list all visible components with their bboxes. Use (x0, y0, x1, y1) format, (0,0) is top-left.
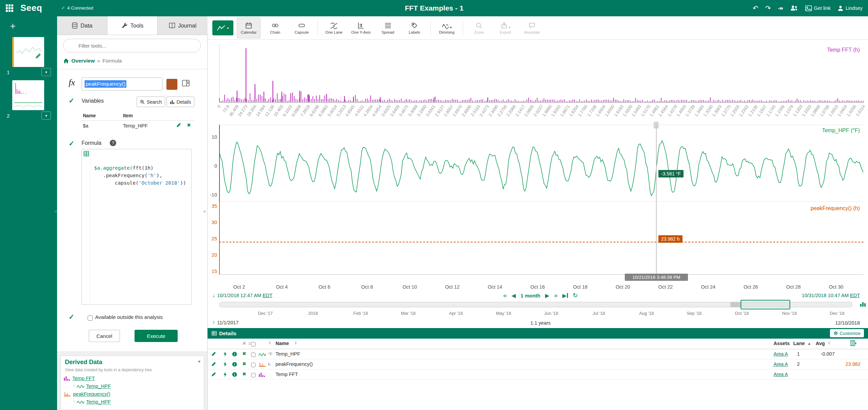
toolbar-chain-button[interactable]: Chain (263, 17, 287, 38)
worksheet-thumbnail-1[interactable] (12, 37, 44, 67)
range-duration-label[interactable]: 1 month (520, 293, 540, 298)
assets-column-header[interactable]: Assets (774, 341, 790, 346)
asset-link[interactable]: Area A (774, 351, 788, 357)
asset-link[interactable]: Area A (774, 372, 788, 377)
derived-item-link[interactable]: Temp_HPF (86, 399, 111, 405)
toolbar-capsule-button[interactable]: Capsule (290, 17, 314, 38)
range-rewind-button[interactable]: « (503, 292, 507, 299)
timeline-selected-region[interactable] (741, 300, 790, 309)
app-grid-icon[interactable] (5, 4, 14, 12)
customize-button[interactable]: Customize (830, 329, 864, 337)
remove-variable-icon[interactable]: ✖ (187, 122, 191, 128)
edit-item-icon[interactable] (211, 362, 216, 367)
trend-toggle-icon[interactable] (223, 352, 227, 357)
redo-button[interactable]: ↷ (765, 4, 771, 12)
available-outside-checkbox[interactable] (88, 315, 93, 321)
toolbar-one-lane-button[interactable]: One Lane (322, 17, 346, 38)
row-select-checkbox[interactable] (251, 353, 255, 357)
breadcrumb: Overview » Formula (63, 58, 122, 64)
trend-toggle-icon[interactable] (223, 362, 227, 367)
edit-item-icon[interactable] (211, 372, 216, 377)
worksheet-1-menu-chevron[interactable]: ▾ (41, 68, 51, 76)
tab-journal[interactable]: Journal (158, 16, 208, 35)
agents-connected-status[interactable]: ✓ 4 Connected (61, 5, 93, 11)
sort-icon[interactable]: ⇕ (294, 341, 297, 345)
undo-button[interactable]: ↶ (753, 4, 759, 12)
toolbar-labels-button[interactable]: Labels (403, 17, 426, 38)
info-icon[interactable] (232, 372, 237, 377)
filter-tools-input[interactable] (63, 39, 201, 52)
remove-item-icon[interactable]: ✖ (242, 351, 246, 356)
variable-search-button[interactable]: Search (137, 97, 165, 107)
info-icon[interactable] (232, 362, 237, 367)
range-step-back-button[interactable]: ◀ (512, 292, 516, 299)
asset-link[interactable]: Area A (774, 361, 788, 367)
range-skip-to-end-button[interactable]: ▶ (562, 292, 568, 299)
add-column-icon[interactable] (850, 340, 857, 346)
investigate-range-start[interactable]: ↑ 11/1/2017 (212, 320, 238, 326)
formula-help-icon[interactable]: ? (110, 140, 116, 146)
tab-tools[interactable]: Tools (107, 16, 158, 35)
forward-history-button[interactable]: ↠ (778, 4, 783, 12)
toolbar-calendar-button[interactable]: Calendar (237, 17, 261, 38)
display-range-end[interactable]: 10/31/2018 10:47 AM EDT (802, 292, 860, 298)
investigate-start-text: 11/1/2017 (217, 320, 238, 325)
toolbar-one-y-axis-button[interactable]: One Y-Axis (349, 17, 373, 38)
range-end-tz[interactable]: EDT (850, 293, 860, 298)
lane-column-header[interactable]: Lane (793, 341, 805, 346)
derived-data-collapse-chevron[interactable]: ▾ (198, 359, 200, 364)
range-start-tz[interactable]: EDT (263, 293, 272, 298)
get-link-button[interactable]: Get link (805, 5, 831, 11)
trend-toggle-icon[interactable] (223, 372, 227, 377)
row-select-checkbox[interactable] (251, 373, 255, 377)
toolbar-export-button[interactable]: ▾Export (494, 17, 517, 38)
user-menu[interactable]: Lindsey (837, 5, 863, 11)
edit-item-icon[interactable] (211, 352, 216, 357)
derived-item-link[interactable]: Temp_HPF (86, 383, 111, 389)
timeline-options-icon[interactable] (860, 301, 866, 307)
worksheet-thumbnail-2[interactable] (12, 80, 44, 110)
variable-details-button[interactable]: Details (166, 97, 194, 107)
cancel-button[interactable]: Cancel (89, 330, 120, 342)
panel-resize-handle-right[interactable]: « (203, 208, 206, 214)
breadcrumb-current: Formula (103, 58, 122, 64)
name-column-header[interactable]: Name (276, 341, 289, 346)
add-worksheet-button[interactable]: ＋ (8, 20, 17, 32)
display-range-start[interactable]: ↓ 10/1/2018 12:47 AM EDT (212, 292, 272, 298)
trend-icon (217, 24, 226, 31)
timeline-scroll-segment[interactable] (730, 302, 741, 307)
cursor-line[interactable] (656, 125, 657, 274)
formula-code-editor[interactable]: $a.aggregate(fft(1h) .peakFrequency('h')… (82, 149, 192, 305)
sort-icon[interactable]: ⇕ (268, 341, 271, 345)
toolbar-spread-button[interactable]: Spread (376, 17, 400, 38)
remove-item-icon[interactable]: ✖ (242, 361, 246, 366)
breadcrumb-overview-link[interactable]: Overview (71, 58, 95, 64)
range-step-forward-button[interactable]: ▶ (545, 292, 549, 299)
info-icon[interactable] (232, 352, 237, 357)
derived-item-link[interactable]: Temp FFT (72, 376, 95, 381)
color-swatch-button[interactable] (166, 79, 177, 90)
toolbar-annotate-button[interactable]: Annotate (520, 17, 544, 38)
remove-item-icon[interactable]: ✖ (242, 371, 246, 377)
view-selector-button[interactable]: ▾ (212, 20, 233, 35)
avg-column-header[interactable]: Avg (816, 341, 825, 346)
worksheet-2-menu-chevron[interactable]: ▾ (41, 112, 51, 120)
row-select-checkbox[interactable] (251, 363, 255, 367)
range-fast-forward-button[interactable]: » (554, 292, 558, 299)
sort-icon[interactable]: ⇕ (827, 341, 831, 345)
execute-button[interactable]: Execute (135, 330, 178, 342)
sort-asc-icon[interactable]: ▲ (808, 342, 811, 345)
select-all-checkbox[interactable] (251, 342, 255, 346)
derived-item-link[interactable]: peakFrequency() (73, 391, 110, 397)
range-refresh-button[interactable]: ↻ (573, 292, 578, 299)
remove-all-column-header[interactable]: ✕ ⇕ (242, 341, 251, 346)
toolbar-dimming-button[interactable]: ▾Dimming (435, 17, 459, 38)
seeq-logo[interactable]: Seeq (20, 3, 42, 13)
toolbar-zoom-button[interactable]: Zoom (467, 17, 491, 38)
tab-data[interactable]: Data (57, 16, 107, 35)
formula-name-input[interactable]: peakFrequency() (82, 78, 162, 90)
panel-resize-handle-left[interactable]: « (54, 208, 57, 214)
edit-variable-icon[interactable] (176, 123, 181, 128)
collaborators-icon[interactable] (790, 5, 798, 12)
expand-panel-icon[interactable] (181, 79, 190, 88)
